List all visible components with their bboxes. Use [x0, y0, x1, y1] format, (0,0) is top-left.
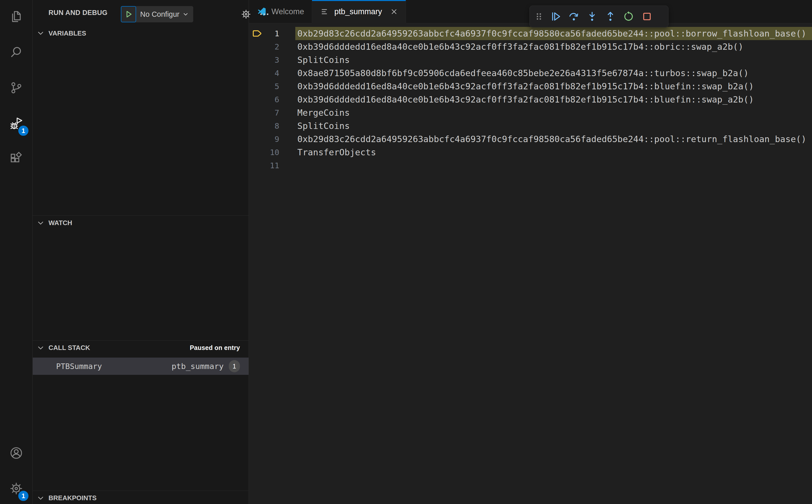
chevron-down-icon: [36, 219, 45, 227]
gutter[interactable]: 1: [249, 27, 295, 40]
gutter[interactable]: 6: [249, 93, 295, 106]
line-number: 5: [274, 82, 279, 91]
activity-item-source-control[interactable]: [0, 73, 32, 104]
code-text[interactable]: 0xb39d6dddedd16ed8a40ce0b1e6b43c92acf0ff…: [295, 80, 812, 93]
code-text[interactable]: SplitCoins: [295, 53, 812, 66]
step-out-button[interactable]: [601, 7, 620, 26]
extensions-icon: [9, 152, 24, 167]
account-icon: [9, 446, 24, 461]
restart-icon: [623, 10, 635, 23]
code-line[interactable]: 3SplitCoins: [249, 53, 812, 66]
run-debug-sidebar: RUN AND DEBUG No Configur VARIABLES WATC…: [33, 0, 249, 504]
chevron-down-icon: [182, 11, 189, 18]
more-actions-button[interactable]: [257, 6, 271, 22]
search-icon: [9, 45, 24, 61]
code-line[interactable]: 90xb29d83c26cdd2a64959263abbcfc4a6937f0c…: [249, 132, 812, 146]
step-over-button[interactable]: [565, 7, 583, 26]
line-number: 6: [274, 95, 279, 104]
activity-item-search[interactable]: [0, 38, 32, 68]
step-over-icon: [568, 10, 580, 23]
gutter[interactable]: 9: [249, 132, 295, 146]
line-number: 7: [274, 108, 279, 117]
section-header-watch[interactable]: WATCH: [33, 215, 248, 230]
code-text[interactable]: [295, 159, 812, 172]
gutter[interactable]: 2: [249, 40, 295, 53]
tab-label: ptb_summary: [334, 7, 382, 16]
debug-settings-gear-button[interactable]: [239, 6, 253, 22]
debug-badge: 1: [18, 125, 29, 137]
gutter[interactable]: 4: [249, 66, 295, 80]
code-line[interactable]: 8SplitCoins: [249, 119, 812, 132]
section-header-variables[interactable]: VARIABLES: [33, 26, 248, 41]
debug-stackframe-pointer-icon: [252, 28, 263, 39]
code-line[interactable]: 10TransferObjects: [249, 146, 812, 159]
tab-ptb-summary[interactable]: ptb_summary: [312, 0, 406, 23]
section-label: WATCH: [48, 219, 72, 227]
code-text[interactable]: 0xb39d6dddedd16ed8a40ce0b1e6b43c92acf0ff…: [295, 93, 812, 106]
config-dropdown-label: No Configur: [140, 10, 179, 19]
section-label: CALL STACK: [48, 344, 90, 352]
gutter[interactable]: 5: [249, 80, 295, 93]
code-text[interactable]: 0xb39d6dddedd16ed8a40ce0b1e6b43c92acf0ff…: [295, 40, 812, 53]
code-line[interactable]: 10xb29d83c26cdd2a64959263abbcfc4a6937f0c…: [249, 27, 812, 40]
toolbar-drag-handle[interactable]: [532, 7, 547, 26]
ellipsis-icon: [259, 9, 270, 20]
gutter[interactable]: 11: [249, 159, 295, 172]
continue-icon: [550, 10, 562, 23]
start-debug-button[interactable]: [121, 6, 136, 22]
call-stack-frame-row[interactable]: PTBSummary ptb_summary 1: [33, 358, 248, 375]
close-icon: [390, 8, 398, 16]
activity-item-accounts[interactable]: [0, 438, 32, 469]
section-header-call-stack[interactable]: CALL STACK Paused on entry: [33, 340, 248, 355]
code-line[interactable]: 60xb39d6dddedd16ed8a40ce0b1e6b43c92acf0f…: [249, 93, 812, 106]
restart-button[interactable]: [620, 7, 638, 26]
line-number: 3: [274, 55, 279, 64]
code-line[interactable]: 20xb39d6dddedd16ed8a40ce0b1e6b43c92acf0f…: [249, 40, 812, 53]
gear-icon: [240, 9, 252, 20]
activity-item-extensions[interactable]: [0, 144, 32, 175]
line-number: 4: [274, 69, 279, 78]
code-editor[interactable]: 10xb29d83c26cdd2a64959263abbcfc4a6937f0c…: [249, 24, 812, 504]
continue-button[interactable]: [547, 7, 565, 26]
step-into-button[interactable]: [583, 7, 601, 26]
chevron-down-icon: [36, 344, 45, 352]
config-dropdown[interactable]: No Configur: [136, 6, 193, 22]
tab-label: Welcome: [271, 7, 304, 16]
chevron-down-icon: [36, 29, 45, 38]
gutter[interactable]: 7: [249, 106, 295, 119]
line-number: 10: [270, 148, 279, 157]
frame-file: ptb_summary: [172, 362, 224, 371]
code-text[interactable]: 0x8ae871505a80d8bf6bf9c05906cda6edfeea46…: [295, 66, 812, 80]
code-line[interactable]: 11: [249, 159, 812, 172]
code-text[interactable]: 0xb29d83c26cdd2a64959263abbcfc4a6937f0c9…: [295, 27, 812, 40]
code-text[interactable]: 0xb29d83c26cdd2a64959263abbcfc4a6937f0c9…: [295, 132, 812, 146]
code-text[interactable]: SplitCoins: [295, 119, 812, 132]
debug-status-text: Paused on entry: [190, 344, 240, 351]
gutter[interactable]: 3: [249, 53, 295, 66]
activity-item-explorer[interactable]: [0, 2, 32, 32]
line-number: 2: [274, 42, 279, 51]
code-line[interactable]: 40x8ae871505a80d8bf6bf9c05906cda6edfeea4…: [249, 66, 812, 80]
code-line[interactable]: 50xb39d6dddedd16ed8a40ce0b1e6b43c92acf0f…: [249, 80, 812, 93]
stop-button[interactable]: [638, 7, 656, 26]
code-text[interactable]: TransferObjects: [295, 146, 812, 159]
step-out-icon: [604, 10, 617, 23]
step-into-icon: [586, 10, 598, 23]
section-label: BREAKPOINTS: [48, 494, 96, 502]
sidebar-title: RUN AND DEBUG: [48, 9, 107, 17]
source-control-icon: [9, 80, 24, 96]
code-text[interactable]: MergeCoins: [295, 106, 812, 119]
settings-badge: 1: [18, 490, 29, 502]
sidebar-header: RUN AND DEBUG No Configur: [33, 0, 248, 25]
gutter[interactable]: 8: [249, 119, 295, 132]
section-label: VARIABLES: [48, 29, 86, 37]
gutter[interactable]: 10: [249, 146, 295, 159]
line-number: 8: [274, 121, 279, 130]
activity-item-settings[interactable]: 1: [0, 474, 32, 504]
file-list-icon: [320, 7, 330, 17]
close-tab-button[interactable]: [390, 8, 398, 16]
code-line[interactable]: 7MergeCoins: [249, 106, 812, 119]
line-number: 9: [274, 135, 279, 144]
activity-item-run-debug[interactable]: 1: [0, 109, 32, 139]
section-header-breakpoints[interactable]: BREAKPOINTS: [33, 491, 248, 504]
